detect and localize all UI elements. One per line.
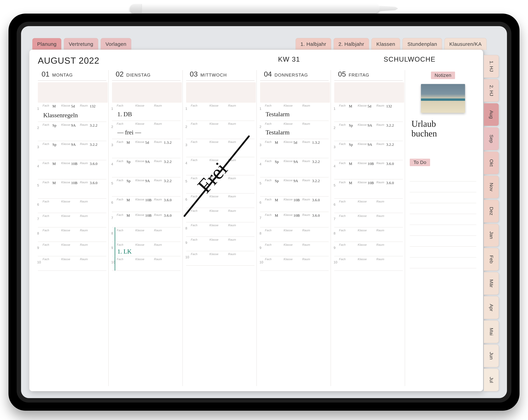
planner-page[interactable]: AUGUST 2022 KW 31 SCHULWOCHE 01MONTAG1Fa… [29, 49, 483, 391]
slot-note[interactable] [260, 202, 329, 212]
lesson-slot[interactable]: 8FachKlasseRaum [186, 222, 255, 237]
todo-line[interactable] [410, 236, 476, 247]
todo-line[interactable] [410, 192, 476, 203]
lesson-slot[interactable]: 7FachKlasseRaum [186, 208, 255, 222]
slot-note[interactable] [186, 213, 255, 222]
slot-note[interactable] [38, 185, 106, 198]
day-column[interactable]: 02DIENSTAG1FachKlasseRaum1. DB2FachKlass… [108, 70, 183, 386]
slot-note[interactable] [38, 247, 106, 256]
slot-note[interactable]: 1. LK [112, 247, 180, 256]
slot-note[interactable] [38, 203, 106, 213]
lesson-slot[interactable]: 3FachKlasseRaum [186, 139, 255, 157]
todo-lines[interactable] [410, 170, 476, 268]
side-tab-mai[interactable]: Mai [484, 320, 499, 343]
slot-note[interactable]: Testalarm [260, 126, 329, 139]
slot-note[interactable]: 1. DB [112, 108, 180, 121]
side-tab-okt[interactable]: Okt [484, 152, 499, 174]
day-note-area[interactable] [186, 82, 256, 103]
day-column[interactable]: 01MONTAG1FachMKlasse5dRaum132Klassenrege… [35, 70, 108, 386]
lesson-slot[interactable]: 2FachKlasseRaum [186, 121, 255, 139]
lesson-slot[interactable]: 4FachMKlasse10BRaum3.6.0 [38, 160, 106, 179]
slot-note[interactable] [112, 232, 180, 242]
lesson-slot[interactable]: 1FachMKlasse5dRaum132Klassenregeln [38, 103, 106, 122]
slot-note[interactable] [334, 185, 403, 198]
lesson-slot[interactable]: 6FachMKlasse10BRaum3.6.0 [112, 196, 180, 212]
slot-note[interactable] [38, 232, 106, 242]
lesson-slot[interactable]: 10FachKlasseRaum [186, 251, 255, 265]
slot-note[interactable] [112, 202, 180, 212]
todo-line[interactable] [410, 214, 476, 225]
slot-note[interactable] [38, 261, 106, 271]
slot-note[interactable]: Testalarm [260, 108, 329, 121]
side-tab-jun[interactable]: Jun [484, 345, 499, 367]
slot-note[interactable] [112, 183, 180, 196]
lesson-slot[interactable]: 9FachKlasseRaum [38, 242, 106, 256]
lesson-slot[interactable]: 3FachMKlasse5dRaum1.3.2 [260, 139, 329, 158]
lesson-slot[interactable]: 10FachKlasseRaum [38, 256, 106, 271]
slot-note[interactable] [334, 232, 403, 242]
slot-note[interactable] [334, 203, 403, 213]
lesson-slot[interactable]: 4FachSpKlasse9ARaum3.2.2 [112, 158, 180, 177]
side-tab-apr[interactable]: Apr [484, 296, 499, 319]
slot-note[interactable] [186, 162, 255, 175]
notes-column[interactable]: Notizen Urlaub buchen To Do [405, 70, 478, 386]
todo-line[interactable] [410, 225, 476, 236]
lesson-slot[interactable]: 4FachMKlasse10BRaum3.6.0 [334, 160, 403, 179]
tab-vertretung[interactable]: Vertretung [64, 38, 98, 50]
side-tab-2hj[interactable]: 2. HJ [484, 79, 499, 102]
lesson-slot[interactable]: 2FachSpKlasse9ARaum3.2.2 [334, 122, 403, 141]
slot-note[interactable] [334, 166, 403, 179]
side-tab-dez[interactable]: Dez [484, 200, 499, 222]
slot-note[interactable] [112, 164, 180, 177]
lesson-slot[interactable]: 1FachKlasseRaumTestalarm [260, 103, 329, 121]
tab-vorlagen[interactable]: Vorlagen [101, 38, 131, 50]
tab-klausuren[interactable]: Klausuren/KA [444, 38, 487, 50]
side-tab-aug[interactable]: Aug [484, 103, 499, 126]
lesson-slot[interactable]: 5FachMKlasse10BRaum3.6.0 [334, 179, 403, 199]
lesson-slot[interactable]: 2FachKlasseRaum— frei — [112, 121, 180, 139]
lesson-slot[interactable]: 5FachSpKlasse9ARaum3.2.2 [260, 177, 329, 196]
todo-line[interactable] [410, 203, 476, 214]
slot-note[interactable] [334, 218, 403, 227]
side-tab-nov[interactable]: Nov [484, 176, 499, 198]
side-tab-sep[interactable]: Sep [484, 127, 499, 150]
lesson-slot[interactable]: 4FachKlasseRaum [186, 157, 255, 175]
slot-note[interactable] [38, 147, 106, 160]
lesson-slot[interactable]: 2FachKlasseRaumTestalarm [260, 121, 329, 139]
slot-note[interactable] [112, 145, 180, 158]
slot-note[interactable] [334, 128, 403, 141]
slot-note[interactable] [260, 261, 329, 271]
lesson-slot[interactable]: 10FachKlasseRaum [112, 256, 180, 271]
slot-note[interactable] [260, 232, 329, 242]
lesson-slot[interactable]: 7FachKlasseRaum [334, 213, 403, 228]
lesson-slot[interactable]: 1FachKlasseRaum [186, 103, 255, 121]
lesson-slot[interactable]: 9FachKlasseRaum [334, 242, 403, 256]
lesson-slot[interactable]: 9FachKlasseRaum [260, 242, 329, 256]
slot-note[interactable] [112, 261, 180, 271]
slot-note[interactable] [186, 198, 255, 208]
tab-stundenplan[interactable]: Stundenplan [402, 38, 442, 50]
lesson-slot[interactable]: 5FachKlasseRaum [186, 175, 255, 193]
slot-note[interactable] [186, 108, 255, 121]
slot-note[interactable] [112, 218, 180, 227]
todo-line[interactable] [410, 257, 476, 268]
day-note-area[interactable] [112, 82, 182, 103]
day-note-area[interactable] [38, 82, 108, 103]
lesson-slot[interactable]: 8FachKlasseRaum [334, 228, 403, 242]
side-tab-feb[interactable]: Feb [484, 248, 499, 271]
slot-note[interactable] [38, 166, 106, 179]
slot-note[interactable] [38, 128, 106, 141]
day-note-area[interactable] [260, 82, 330, 103]
lesson-slot[interactable]: 8FachKlasseRaum [38, 228, 106, 242]
slot-note[interactable] [186, 241, 255, 251]
slot-note[interactable] [334, 147, 403, 160]
lesson-slot[interactable]: 9FachKlasseRaum1. LK [112, 242, 180, 256]
lesson-slot[interactable]: 6FachKlasseRaum [38, 199, 106, 213]
slot-note[interactable] [186, 180, 255, 193]
lesson-slot[interactable]: 10FachKlasseRaum [334, 256, 403, 271]
slot-note[interactable] [38, 218, 106, 227]
side-tab-mar[interactable]: Mär [484, 272, 499, 295]
slot-note[interactable] [186, 227, 255, 237]
lesson-slot[interactable]: 10FachKlasseRaum [260, 256, 329, 271]
tab-2-halbjahr[interactable]: 2. Halbjahr [334, 38, 369, 50]
